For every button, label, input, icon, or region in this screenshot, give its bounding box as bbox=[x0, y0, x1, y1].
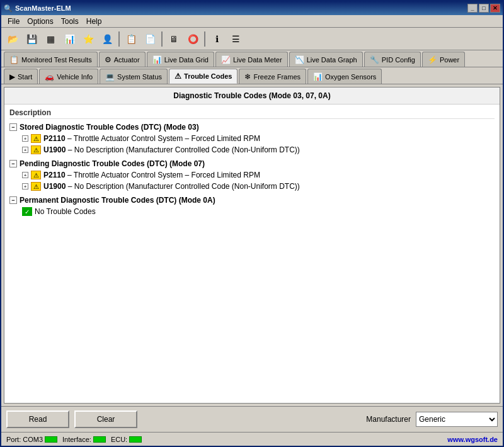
tree-child-pending-1[interactable]: + ⚠ U1900 – No Description (Manufacturer… bbox=[22, 181, 495, 192]
tb-star[interactable]: ⭐ bbox=[79, 30, 97, 48]
main-area: Diagnostic Trouble Codes (Mode 03, 07, 0… bbox=[4, 87, 500, 404]
minimize-button[interactable]: _ bbox=[467, 4, 478, 13]
tree-group-stored: − Stored Diagnostic Trouble Codes (DTC) … bbox=[9, 122, 495, 156]
tree-children-pending: + ⚠ P2110 – Throttle Actuator Control Sy… bbox=[22, 169, 495, 192]
tree-child-pending-1-text: U1900 – No Description (Manufacturer Con… bbox=[43, 182, 300, 191]
tb-save[interactable]: 💾 bbox=[23, 30, 40, 48]
expand-pending-child0-icon[interactable]: + bbox=[22, 172, 28, 178]
ecu-status: ECU: bbox=[111, 436, 142, 443]
system-icon: 💻 bbox=[105, 72, 115, 81]
tb-circle[interactable]: ⭕ bbox=[184, 30, 202, 48]
warning-icon-stored-0: ⚠ bbox=[31, 134, 41, 143]
tb-monitor[interactable]: 🖥 bbox=[165, 30, 183, 48]
port-status: Port: COM3 bbox=[6, 436, 57, 443]
tab-pid-config[interactable]: 🔧 PID Config bbox=[364, 52, 421, 67]
tab-start[interactable]: ▶ Start bbox=[4, 69, 38, 84]
freeze-icon: ❄ bbox=[244, 72, 251, 81]
expand-stored-icon[interactable]: − bbox=[9, 123, 17, 131]
tab-row-1: 📋 Monitored Test Results ⚙ Actuator 📊 Li… bbox=[1, 50, 503, 67]
tree-child-pending-0-text: P2110 – Throttle Actuator Control System… bbox=[43, 171, 260, 179]
status-bar: Port: COM3 Interface: ECU: www.wgsoft.de bbox=[1, 432, 503, 446]
clear-button[interactable]: Clear bbox=[74, 410, 137, 428]
tab-live-data-meter[interactable]: 📈 Live Data Meter bbox=[215, 52, 288, 67]
interface-label: Interface: bbox=[62, 436, 91, 443]
tab-monitored-test-results[interactable]: 📋 Monitored Test Results bbox=[4, 52, 98, 67]
ecu-led bbox=[129, 436, 142, 443]
tb-info[interactable]: ℹ bbox=[208, 30, 226, 48]
toolbar-separator-3 bbox=[204, 31, 205, 47]
close-button[interactable]: ✕ bbox=[490, 4, 500, 13]
tb-list[interactable]: ☰ bbox=[227, 30, 244, 48]
tree-child-stored-0[interactable]: + ⚠ P2110 – Throttle Actuator Control Sy… bbox=[22, 133, 495, 144]
tb-copy[interactable]: 📋 bbox=[122, 30, 140, 48]
tree-child-pending-0[interactable]: + ⚠ P2110 – Throttle Actuator Control Sy… bbox=[22, 169, 495, 181]
tree-parent-pending-label: Pending Diagnostic Trouble Codes (DTC) (… bbox=[20, 159, 205, 168]
tab-live-data-graph[interactable]: 📉 Live Data Graph bbox=[289, 52, 363, 67]
tab-freeze-frames[interactable]: ❄ Freeze Frames bbox=[239, 69, 306, 84]
power-icon: ⚡ bbox=[428, 55, 437, 64]
tree-children-permanent: ✓ No Trouble Codes bbox=[22, 206, 495, 217]
menu-bar: File Options Tools Help bbox=[1, 15, 503, 28]
read-button[interactable]: Read bbox=[6, 410, 69, 428]
tree-child-stored-1-text: U1900 – No Description (Manufacturer Con… bbox=[43, 145, 300, 154]
interface-led bbox=[93, 436, 106, 443]
monitored-icon: 📋 bbox=[9, 55, 19, 64]
tree-header: Description bbox=[9, 107, 495, 119]
app-title: ScanMaster-ELM bbox=[15, 4, 71, 12]
tree-parent-stored-label: Stored Diagnostic Trouble Codes (DTC) (M… bbox=[20, 123, 199, 132]
tb-chart[interactable]: 📊 bbox=[60, 30, 78, 48]
tree-child-stored-0-text: P2110 – Throttle Actuator Control System… bbox=[43, 134, 260, 143]
ok-icon-permanent: ✓ bbox=[22, 207, 32, 216]
tab-trouble-codes[interactable]: ⚠ Trouble Codes bbox=[169, 69, 238, 84]
app-icon: 🔍 bbox=[4, 4, 13, 13]
tab-oxygen-sensors[interactable]: 📊 Oxygen Sensors bbox=[307, 69, 382, 84]
tree-child-permanent-0-text: No Trouble Codes bbox=[35, 207, 96, 216]
app-window: 🔍 ScanMaster-ELM _ □ ✕ File Options Tool… bbox=[0, 0, 504, 447]
tree-parent-pending[interactable]: − Pending Diagnostic Trouble Codes (DTC)… bbox=[9, 158, 495, 169]
tree-area[interactable]: Description − Stored Diagnostic Trouble … bbox=[4, 105, 500, 394]
bottom-bar: Read Clear Manufacturer Generic Ford GM … bbox=[1, 406, 503, 432]
menu-file[interactable]: File bbox=[4, 16, 23, 27]
expand-permanent-icon[interactable]: − bbox=[9, 196, 17, 204]
tab-actuator[interactable]: ⚙ Actuator bbox=[99, 52, 146, 67]
tree-child-stored-1[interactable]: + ⚠ U1900 – No Description (Manufacturer… bbox=[22, 144, 495, 156]
menu-tools[interactable]: Tools bbox=[57, 16, 83, 27]
expand-pending-icon[interactable]: − bbox=[9, 160, 17, 167]
tb-paste[interactable]: 📄 bbox=[141, 30, 159, 48]
expand-stored-child1-icon[interactable]: + bbox=[22, 147, 28, 153]
tb-open[interactable]: 📂 bbox=[4, 30, 21, 48]
tb-grid[interactable]: ▦ bbox=[42, 30, 59, 48]
tab-live-data-grid[interactable]: 📊 Live Data Grid bbox=[147, 52, 214, 67]
manufacturer-select[interactable]: Generic Ford GM Toyota Honda BMW bbox=[416, 412, 498, 427]
tree-parent-permanent[interactable]: − Permanent Diagnostic Trouble Codes (DT… bbox=[9, 195, 495, 206]
warning-icon-pending-1: ⚠ bbox=[31, 182, 41, 191]
expand-pending-child1-icon[interactable]: + bbox=[22, 183, 28, 190]
tree-group-pending: − Pending Diagnostic Trouble Codes (DTC)… bbox=[9, 158, 495, 192]
menu-help[interactable]: Help bbox=[83, 16, 106, 27]
pid-icon: 🔧 bbox=[370, 55, 379, 64]
tab-power[interactable]: ⚡ Power bbox=[422, 52, 465, 67]
tree-group-permanent: − Permanent Diagnostic Trouble Codes (DT… bbox=[9, 195, 495, 217]
live-graph-icon: 📉 bbox=[295, 55, 304, 64]
expand-stored-child0-icon[interactable]: + bbox=[22, 135, 28, 142]
tab-vehicle-info[interactable]: 🚗 Vehicle Info bbox=[39, 69, 98, 84]
menu-options[interactable]: Options bbox=[23, 16, 57, 27]
tree-parent-stored[interactable]: − Stored Diagnostic Trouble Codes (DTC) … bbox=[9, 122, 495, 133]
tab-row-2: ▶ Start 🚗 Vehicle Info 💻 System Status ⚠… bbox=[1, 67, 503, 84]
port-value: COM3 bbox=[23, 436, 43, 443]
manufacturer-label: Manufacturer bbox=[366, 415, 411, 424]
tab-system-status[interactable]: 💻 System Status bbox=[100, 69, 168, 84]
restore-button[interactable]: □ bbox=[479, 4, 489, 13]
tree-child-permanent-0[interactable]: ✓ No Trouble Codes bbox=[22, 206, 495, 217]
live-grid-icon: 📊 bbox=[152, 55, 162, 64]
toolbar-separator-2 bbox=[161, 31, 163, 47]
interface-status: Interface: bbox=[62, 436, 106, 443]
live-meter-icon: 📈 bbox=[221, 55, 231, 64]
trouble-icon: ⚠ bbox=[175, 72, 181, 81]
tb-person[interactable]: 👤 bbox=[98, 30, 116, 48]
ecu-label: ECU: bbox=[111, 436, 127, 443]
tree-children-stored: + ⚠ P2110 – Throttle Actuator Control Sy… bbox=[22, 133, 495, 156]
title-bar: 🔍 ScanMaster-ELM _ □ ✕ bbox=[1, 1, 503, 15]
port-label: Port: bbox=[6, 436, 21, 443]
toolbar-separator bbox=[118, 31, 120, 47]
